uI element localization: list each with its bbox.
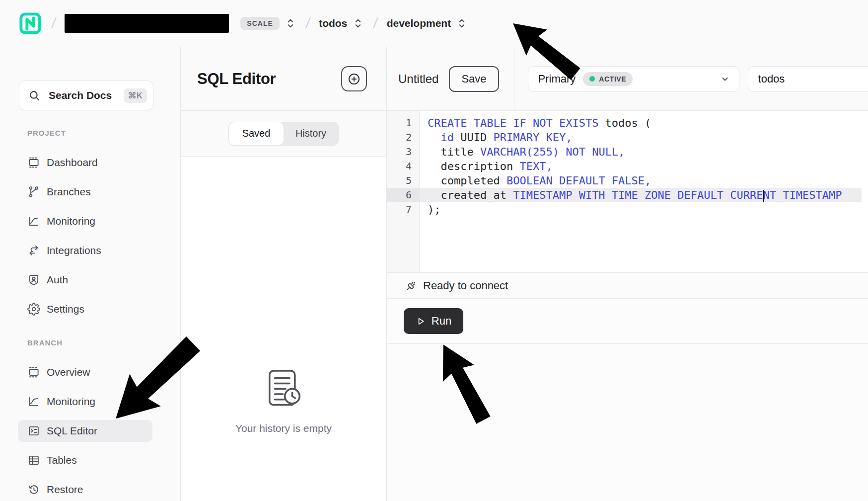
code-line-6[interactable]: 6 created_at TIMESTAMP WITH TIME ZONE DE…: [387, 188, 868, 202]
project-name-selector[interactable]: SCALE: [65, 14, 295, 33]
run-button[interactable]: Run: [404, 308, 463, 334]
code-line-content: completed BOOLEAN DEFAULT FALSE,: [420, 173, 862, 188]
sidebar-item-overview[interactable]: Overview: [18, 361, 152, 383]
branch-crumb-selector[interactable]: development: [387, 17, 468, 30]
code-line-content: );: [420, 202, 862, 217]
sidebar-item-sql-editor[interactable]: SQL Editor: [18, 420, 152, 442]
code-line-2[interactable]: 2 id UUID PRIMARY KEY,: [387, 130, 868, 145]
connection-status-text: Ready to connect: [423, 279, 508, 292]
run-bar: Run: [387, 298, 868, 344]
sidebar-item-branches[interactable]: Branches: [18, 181, 152, 203]
code-line-content: CREATE TABLE IF NOT EXISTS todos (: [420, 116, 862, 130]
integrations-icon: [27, 244, 40, 257]
monitoring-icon: [27, 395, 40, 408]
breadcrumb-separator: /: [51, 15, 57, 32]
sidebar-item-label: SQL Editor: [47, 425, 97, 437]
project-crumb-selector[interactable]: todos: [319, 17, 363, 30]
history-empty-text: Your history is empty: [181, 422, 386, 434]
caret-updown-icon[interactable]: [353, 17, 363, 30]
sidebar-item-label: Restore: [47, 484, 83, 496]
sidebar-item-monitoring[interactable]: Monitoring: [18, 210, 152, 232]
caret-updown-icon[interactable]: [285, 17, 296, 30]
sidebar-item-label: Dashboard: [47, 157, 98, 168]
sql-code-editor[interactable]: 1CREATE TABLE IF NOT EXISTS todos (2 id …: [387, 111, 868, 272]
panel-title: SQL Editor: [197, 70, 276, 88]
query-tab-name: Untitled: [398, 72, 438, 86]
endpoint-name: Primary: [538, 73, 576, 85]
overview-icon: [27, 366, 40, 379]
project-crumb-label: todos: [319, 17, 347, 29]
branch-crumb-label: development: [387, 17, 451, 29]
compute-endpoint-select[interactable]: Primary ACTIVE: [528, 66, 739, 92]
tab-saved[interactable]: Saved: [229, 122, 284, 145]
sidebar-item-label: Tables: [47, 454, 77, 466]
neon-logo-icon[interactable]: [19, 12, 42, 35]
sidebar-item-integrations[interactable]: Integrations: [18, 240, 152, 261]
code-line-content: created_at TIMESTAMP WITH TIME ZONE DEFA…: [420, 188, 862, 202]
sidebar-item-label: Overview: [47, 366, 90, 378]
search-icon: [28, 89, 41, 102]
save-button[interactable]: Save: [449, 66, 499, 92]
code-line-3[interactable]: 3 title VARCHAR(255) NOT NULL,: [387, 145, 868, 159]
dashboard-icon: [27, 156, 40, 169]
sidebar-item-monitoring[interactable]: Monitoring: [18, 391, 152, 413]
connection-status-bar: Ready to connect: [387, 272, 868, 298]
code-line-1[interactable]: 1CREATE TABLE IF NOT EXISTS todos (: [387, 116, 868, 130]
connection-plug-icon: [405, 280, 417, 292]
restore-icon: [27, 483, 40, 496]
run-button-label: Run: [432, 315, 451, 328]
sidebar-item-restore[interactable]: Restore: [18, 479, 152, 501]
tables-icon: [27, 454, 40, 467]
redacted-project-name: [65, 14, 229, 33]
results-area: [387, 344, 868, 501]
line-number: 1: [387, 116, 420, 130]
line-number: 5: [387, 173, 420, 188]
history-empty-state: Your history is empty: [181, 367, 386, 434]
new-query-button[interactable]: [341, 66, 367, 91]
sidebar-item-tables[interactable]: Tables: [18, 449, 152, 471]
saved-history-tabs-row: SavedHistory: [181, 111, 386, 157]
sidebar-item-dashboard[interactable]: Dashboard: [18, 152, 152, 173]
sidebar-item-label: Monitoring: [47, 215, 95, 227]
sidebar-item-settings[interactable]: Settings: [18, 298, 152, 320]
tab-history[interactable]: History: [284, 122, 338, 145]
sidebar-item-label: Auth: [47, 274, 68, 286]
endpoint-status-text: ACTIVE: [599, 75, 626, 83]
line-number: 2: [387, 130, 420, 145]
saved-history-segmented-control: SavedHistory: [228, 122, 339, 146]
sql-editor-panel-header: SQL Editor: [181, 47, 386, 111]
database-select[interactable]: todos: [748, 66, 868, 92]
sidebar-item-label: Integrations: [47, 245, 101, 256]
sql-editor-panel: SQL Editor SavedHistory Your history is …: [181, 47, 387, 501]
line-number: 6: [387, 188, 420, 202]
breadcrumb-separator: /: [304, 15, 311, 32]
code-line-4[interactable]: 4 description TEXT,: [387, 159, 868, 173]
sql-editor-icon: [27, 424, 40, 437]
top-bar: / SCALE / todos / development: [0, 0, 868, 47]
chevron-down-icon: [719, 73, 731, 85]
sidebar-item-auth[interactable]: Auth: [18, 269, 152, 291]
breadcrumb-separator: /: [372, 15, 379, 32]
sidebar: Search Docs ⌘K PROJECTDashboardBranchesM…: [0, 47, 181, 501]
code-line-7[interactable]: 7);: [387, 202, 868, 217]
search-docs-button[interactable]: Search Docs ⌘K: [19, 81, 153, 110]
caret-updown-icon[interactable]: [456, 17, 467, 30]
code-line-content: description TEXT,: [420, 159, 862, 173]
search-docs-label: Search Docs: [49, 89, 112, 101]
code-line-5[interactable]: 5 completed BOOLEAN DEFAULT FALSE,: [387, 173, 868, 188]
play-icon: [416, 316, 426, 327]
sidebar-item-label: Settings: [47, 303, 84, 315]
active-status-dot-icon: [589, 76, 595, 82]
document-history-icon: [262, 367, 305, 410]
sidebar-item-label: Branches: [47, 186, 91, 198]
line-number: 7: [387, 202, 420, 217]
monitoring-icon: [27, 215, 40, 228]
sidebar-section-label: BRANCH: [27, 338, 180, 347]
header-divider: [514, 47, 514, 111]
scale-plan-badge: SCALE: [240, 17, 279, 30]
sidebar-item-label: Monitoring: [47, 396, 95, 408]
endpoint-status-badge: ACTIVE: [583, 72, 633, 86]
code-line-content: title VARCHAR(255) NOT NULL,: [420, 145, 862, 159]
sidebar-section-label: PROJECT: [27, 129, 180, 137]
query-panel: Untitled Save Primary ACTIVE todos 1CREA…: [387, 47, 868, 501]
